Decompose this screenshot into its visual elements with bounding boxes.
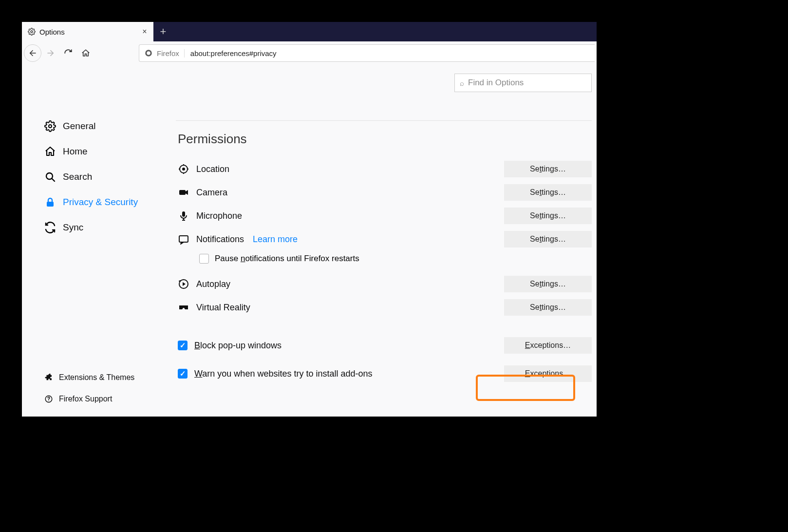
url-bar[interactable]: Firefox about:preferences#privacy xyxy=(139,44,595,62)
perm-row-location: Location Settings… xyxy=(178,157,592,181)
svg-rect-22 xyxy=(179,236,188,242)
perm-row-camera: Camera Settings… xyxy=(178,181,592,204)
tab-title: Options xyxy=(39,28,137,36)
svg-rect-17 xyxy=(179,190,186,195)
home-button[interactable] xyxy=(77,45,94,61)
notifications-icon xyxy=(178,233,189,245)
perm-row-notifications: Notifications Learn more Settings… xyxy=(178,228,592,251)
settings-button-vr[interactable]: Settings… xyxy=(504,299,592,316)
svg-marker-24 xyxy=(183,282,186,286)
sync-icon xyxy=(44,222,56,233)
gear-icon xyxy=(28,28,36,36)
search-icon: ⌕ xyxy=(460,79,464,87)
sidebar-item-support[interactable]: Firefox Support xyxy=(22,388,176,410)
close-icon[interactable]: × xyxy=(141,27,149,36)
settings-button-location[interactable]: Settings… xyxy=(504,161,592,177)
perm-row-block-popups: Block pop-up windows Exceptions… xyxy=(178,334,592,357)
reload-button[interactable] xyxy=(60,45,76,61)
sidebar-item-label: Search xyxy=(63,171,92,182)
search-placeholder: Find in Options xyxy=(468,78,524,88)
search-input[interactable]: ⌕ Find in Options xyxy=(454,74,592,92)
sidebar-item-general[interactable]: General xyxy=(22,114,176,139)
settings-button-autoplay[interactable]: Settings… xyxy=(504,276,592,292)
back-button[interactable] xyxy=(24,44,41,62)
perm-row-microphone: Microphone Settings… xyxy=(178,204,592,228)
microphone-icon xyxy=(178,210,189,222)
nav-toolbar: Firefox about:preferences#privacy xyxy=(22,41,597,65)
checkbox-pause-notifications[interactable] xyxy=(199,254,209,264)
perm-row-pause-notifications: Pause notifications until Firefox restar… xyxy=(178,251,592,272)
checkbox-label: Block pop-up windows xyxy=(194,341,281,351)
firefox-icon xyxy=(144,49,153,57)
forward-button[interactable] xyxy=(42,45,59,61)
divider xyxy=(176,120,592,121)
sidebar-item-label: Firefox Support xyxy=(59,395,112,403)
browser-window: Options × + Firefox about:preferences#pr… xyxy=(22,22,597,417)
vr-icon xyxy=(178,302,189,313)
exceptions-button-popups[interactable]: Exceptions… xyxy=(504,337,592,354)
identity-label: Firefox xyxy=(157,49,185,57)
sidebar-item-label: General xyxy=(63,121,96,132)
perm-label: Virtual Reality xyxy=(196,303,250,313)
gear-icon xyxy=(44,120,56,132)
perm-row-warn-addons: Warn you when websites try to install ad… xyxy=(178,362,592,385)
url-text: about:preferences#privacy xyxy=(188,49,277,57)
perm-label: Microphone xyxy=(196,211,242,221)
learn-more-link[interactable]: Learn more xyxy=(253,234,298,245)
preferences-main: ⌕ Find in Options Permissions Location S… xyxy=(176,65,597,417)
svg-rect-8 xyxy=(47,202,54,207)
sidebar-item-sync[interactable]: Sync xyxy=(22,215,176,240)
perm-label: Notifications xyxy=(196,234,244,245)
sidebar-item-label: Sync xyxy=(63,222,83,233)
lock-icon xyxy=(44,196,56,208)
perm-label: Location xyxy=(196,164,229,174)
sidebar-item-label: Extensions & Themes xyxy=(59,373,134,382)
home-icon xyxy=(44,146,56,157)
perm-label: Autoplay xyxy=(196,279,230,289)
svg-point-5 xyxy=(49,125,52,128)
checkbox-block-popups[interactable] xyxy=(178,341,188,350)
sidebar-item-privacy[interactable]: Privacy & Security xyxy=(22,190,176,215)
settings-button-microphone[interactable]: Settings… xyxy=(504,208,592,224)
help-icon xyxy=(44,395,53,403)
checkbox-label: Pause notifications until Firefox restar… xyxy=(215,254,359,264)
camera-icon xyxy=(178,187,189,198)
svg-point-4 xyxy=(147,51,150,55)
sidebar-item-home[interactable]: Home xyxy=(22,139,176,164)
perm-label: Camera xyxy=(196,188,227,198)
svg-line-7 xyxy=(52,179,55,182)
tab-options[interactable]: Options × xyxy=(22,22,153,41)
svg-rect-19 xyxy=(182,211,185,217)
sidebar-item-label: Privacy & Security xyxy=(63,197,138,208)
exceptions-button-addons[interactable]: Exceptions… xyxy=(504,365,592,382)
checkbox-warn-addons[interactable] xyxy=(178,369,188,379)
perm-row-vr: Virtual Reality Settings… xyxy=(178,296,592,319)
svg-point-10 xyxy=(48,400,49,401)
content-area: General Home Search Privacy & Security xyxy=(22,65,597,417)
sidebar-item-label: Home xyxy=(63,146,88,157)
puzzle-icon xyxy=(44,373,53,382)
location-icon xyxy=(178,163,189,175)
settings-button-notifications[interactable]: Settings… xyxy=(504,231,592,247)
autoplay-icon xyxy=(178,278,189,290)
new-tab-button[interactable]: + xyxy=(153,22,173,41)
preferences-sidebar: General Home Search Privacy & Security xyxy=(22,65,176,417)
svg-marker-18 xyxy=(186,190,188,195)
perm-row-autoplay: Autoplay Settings… xyxy=(178,272,592,296)
sidebar-item-search[interactable]: Search xyxy=(22,164,176,190)
svg-point-12 xyxy=(182,168,185,171)
sidebar-bottom: Extensions & Themes Firefox Support xyxy=(22,367,176,417)
svg-point-0 xyxy=(31,31,33,33)
sidebar-item-extensions[interactable]: Extensions & Themes xyxy=(22,367,176,388)
settings-button-camera[interactable]: Settings… xyxy=(504,184,592,201)
checkbox-label: Warn you when websites try to install ad… xyxy=(194,369,373,379)
section-title-permissions: Permissions xyxy=(178,132,592,147)
search-icon xyxy=(44,171,56,183)
tab-strip: Options × + xyxy=(22,22,597,41)
